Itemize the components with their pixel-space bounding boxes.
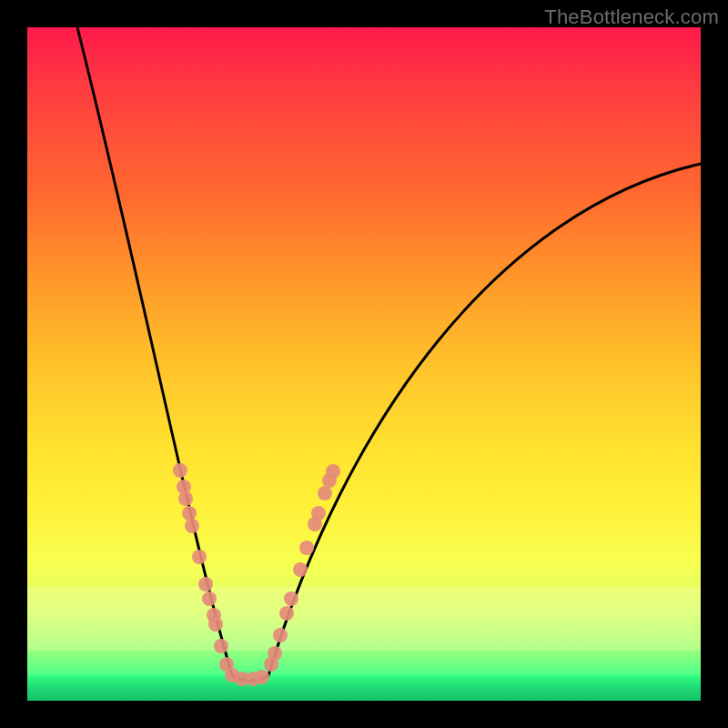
chart-frame: TheBottleneck.com [0,0,728,728]
plot-area [27,27,701,701]
bottleneck-curve [77,27,701,681]
markers-right-point [299,541,314,555]
markers-left-point [198,577,213,592]
markers-left-point [214,639,228,653]
markers-left-point [208,617,223,632]
markers-bottom-point [255,670,269,684]
markers-left-point [178,491,193,506]
markers-right-point [279,606,294,621]
markers-right-point [311,506,326,521]
markers-right-point [293,562,308,577]
markers-right-point [268,646,282,661]
markers-right-point [273,628,288,642]
curve-svg [27,27,701,701]
markers-left-point [182,506,197,521]
markers-left-point [173,463,187,478]
markers-right-point [326,464,340,479]
markers-right-point [284,592,298,606]
markers-left-point [192,550,207,564]
markers-left-point [202,592,217,606]
markers-right-point [318,486,332,500]
markers-left-point [185,519,199,533]
watermark-text: TheBottleneck.com [544,5,719,29]
